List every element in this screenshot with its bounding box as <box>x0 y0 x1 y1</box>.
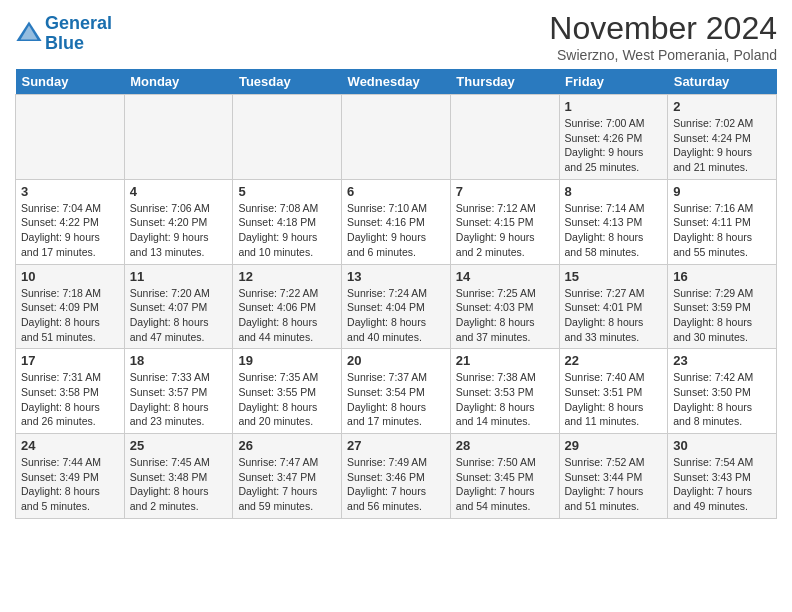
page-container: General Blue November 2024 Swierzno, Wes… <box>0 0 792 524</box>
logo-line1: General <box>45 13 112 33</box>
calendar-body: 1Sunrise: 7:00 AM Sunset: 4:26 PM Daylig… <box>16 95 777 519</box>
calendar-cell: 6Sunrise: 7:10 AM Sunset: 4:16 PM Daylig… <box>342 179 451 264</box>
day-info: Sunrise: 7:02 AM Sunset: 4:24 PM Dayligh… <box>673 116 771 175</box>
day-info: Sunrise: 7:14 AM Sunset: 4:13 PM Dayligh… <box>565 201 663 260</box>
calendar-cell <box>16 95 125 180</box>
calendar-cell: 11Sunrise: 7:20 AM Sunset: 4:07 PM Dayli… <box>124 264 233 349</box>
day-info: Sunrise: 7:18 AM Sunset: 4:09 PM Dayligh… <box>21 286 119 345</box>
day-number: 15 <box>565 269 663 284</box>
calendar-cell <box>233 95 342 180</box>
day-info: Sunrise: 7:45 AM Sunset: 3:48 PM Dayligh… <box>130 455 228 514</box>
day-number: 7 <box>456 184 554 199</box>
calendar-cell: 21Sunrise: 7:38 AM Sunset: 3:53 PM Dayli… <box>450 349 559 434</box>
day-number: 10 <box>21 269 119 284</box>
calendar-cell <box>450 95 559 180</box>
day-number: 14 <box>456 269 554 284</box>
calendar-cell: 23Sunrise: 7:42 AM Sunset: 3:50 PM Dayli… <box>668 349 777 434</box>
calendar-week-2: 10Sunrise: 7:18 AM Sunset: 4:09 PM Dayli… <box>16 264 777 349</box>
logo: General Blue <box>15 14 112 54</box>
page-header: General Blue November 2024 Swierzno, Wes… <box>15 10 777 63</box>
calendar-cell: 29Sunrise: 7:52 AM Sunset: 3:44 PM Dayli… <box>559 434 668 519</box>
calendar-cell: 20Sunrise: 7:37 AM Sunset: 3:54 PM Dayli… <box>342 349 451 434</box>
calendar-cell: 13Sunrise: 7:24 AM Sunset: 4:04 PM Dayli… <box>342 264 451 349</box>
day-number: 30 <box>673 438 771 453</box>
day-number: 17 <box>21 353 119 368</box>
calendar-cell: 5Sunrise: 7:08 AM Sunset: 4:18 PM Daylig… <box>233 179 342 264</box>
calendar-week-1: 3Sunrise: 7:04 AM Sunset: 4:22 PM Daylig… <box>16 179 777 264</box>
calendar-cell: 7Sunrise: 7:12 AM Sunset: 4:15 PM Daylig… <box>450 179 559 264</box>
day-info: Sunrise: 7:42 AM Sunset: 3:50 PM Dayligh… <box>673 370 771 429</box>
calendar-header: Sunday Monday Tuesday Wednesday Thursday… <box>16 69 777 95</box>
day-info: Sunrise: 7:31 AM Sunset: 3:58 PM Dayligh… <box>21 370 119 429</box>
calendar-cell: 2Sunrise: 7:02 AM Sunset: 4:24 PM Daylig… <box>668 95 777 180</box>
calendar-cell: 16Sunrise: 7:29 AM Sunset: 3:59 PM Dayli… <box>668 264 777 349</box>
day-info: Sunrise: 7:29 AM Sunset: 3:59 PM Dayligh… <box>673 286 771 345</box>
day-number: 25 <box>130 438 228 453</box>
col-tuesday: Tuesday <box>233 69 342 95</box>
col-friday: Friday <box>559 69 668 95</box>
calendar-cell: 19Sunrise: 7:35 AM Sunset: 3:55 PM Dayli… <box>233 349 342 434</box>
day-number: 23 <box>673 353 771 368</box>
day-number: 9 <box>673 184 771 199</box>
day-info: Sunrise: 7:16 AM Sunset: 4:11 PM Dayligh… <box>673 201 771 260</box>
calendar-cell: 4Sunrise: 7:06 AM Sunset: 4:20 PM Daylig… <box>124 179 233 264</box>
day-number: 11 <box>130 269 228 284</box>
day-number: 5 <box>238 184 336 199</box>
day-info: Sunrise: 7:10 AM Sunset: 4:16 PM Dayligh… <box>347 201 445 260</box>
day-info: Sunrise: 7:44 AM Sunset: 3:49 PM Dayligh… <box>21 455 119 514</box>
day-info: Sunrise: 7:06 AM Sunset: 4:20 PM Dayligh… <box>130 201 228 260</box>
day-number: 16 <box>673 269 771 284</box>
calendar-cell: 12Sunrise: 7:22 AM Sunset: 4:06 PM Dayli… <box>233 264 342 349</box>
day-info: Sunrise: 7:22 AM Sunset: 4:06 PM Dayligh… <box>238 286 336 345</box>
day-info: Sunrise: 7:20 AM Sunset: 4:07 PM Dayligh… <box>130 286 228 345</box>
col-sunday: Sunday <box>16 69 125 95</box>
month-title: November 2024 <box>549 10 777 47</box>
day-info: Sunrise: 7:38 AM Sunset: 3:53 PM Dayligh… <box>456 370 554 429</box>
day-number: 3 <box>21 184 119 199</box>
logo-line2: Blue <box>45 33 84 53</box>
calendar-cell: 3Sunrise: 7:04 AM Sunset: 4:22 PM Daylig… <box>16 179 125 264</box>
location-subtitle: Swierzno, West Pomerania, Poland <box>549 47 777 63</box>
day-number: 19 <box>238 353 336 368</box>
calendar-cell: 24Sunrise: 7:44 AM Sunset: 3:49 PM Dayli… <box>16 434 125 519</box>
calendar-cell: 1Sunrise: 7:00 AM Sunset: 4:26 PM Daylig… <box>559 95 668 180</box>
calendar-cell <box>124 95 233 180</box>
day-info: Sunrise: 7:40 AM Sunset: 3:51 PM Dayligh… <box>565 370 663 429</box>
calendar-week-3: 17Sunrise: 7:31 AM Sunset: 3:58 PM Dayli… <box>16 349 777 434</box>
day-info: Sunrise: 7:12 AM Sunset: 4:15 PM Dayligh… <box>456 201 554 260</box>
day-info: Sunrise: 7:24 AM Sunset: 4:04 PM Dayligh… <box>347 286 445 345</box>
day-number: 27 <box>347 438 445 453</box>
day-info: Sunrise: 7:04 AM Sunset: 4:22 PM Dayligh… <box>21 201 119 260</box>
calendar-cell: 22Sunrise: 7:40 AM Sunset: 3:51 PM Dayli… <box>559 349 668 434</box>
day-info: Sunrise: 7:52 AM Sunset: 3:44 PM Dayligh… <box>565 455 663 514</box>
header-row: Sunday Monday Tuesday Wednesday Thursday… <box>16 69 777 95</box>
day-info: Sunrise: 7:27 AM Sunset: 4:01 PM Dayligh… <box>565 286 663 345</box>
col-thursday: Thursday <box>450 69 559 95</box>
day-number: 28 <box>456 438 554 453</box>
day-info: Sunrise: 7:50 AM Sunset: 3:45 PM Dayligh… <box>456 455 554 514</box>
calendar-cell: 30Sunrise: 7:54 AM Sunset: 3:43 PM Dayli… <box>668 434 777 519</box>
day-number: 8 <box>565 184 663 199</box>
day-info: Sunrise: 7:35 AM Sunset: 3:55 PM Dayligh… <box>238 370 336 429</box>
col-wednesday: Wednesday <box>342 69 451 95</box>
logo-text: General Blue <box>45 14 112 54</box>
calendar-cell: 27Sunrise: 7:49 AM Sunset: 3:46 PM Dayli… <box>342 434 451 519</box>
day-number: 13 <box>347 269 445 284</box>
calendar-week-4: 24Sunrise: 7:44 AM Sunset: 3:49 PM Dayli… <box>16 434 777 519</box>
day-number: 26 <box>238 438 336 453</box>
day-info: Sunrise: 7:49 AM Sunset: 3:46 PM Dayligh… <box>347 455 445 514</box>
calendar-cell <box>342 95 451 180</box>
calendar-cell: 8Sunrise: 7:14 AM Sunset: 4:13 PM Daylig… <box>559 179 668 264</box>
day-number: 1 <box>565 99 663 114</box>
day-info: Sunrise: 7:33 AM Sunset: 3:57 PM Dayligh… <box>130 370 228 429</box>
day-number: 21 <box>456 353 554 368</box>
day-number: 6 <box>347 184 445 199</box>
day-info: Sunrise: 7:47 AM Sunset: 3:47 PM Dayligh… <box>238 455 336 514</box>
calendar-cell: 10Sunrise: 7:18 AM Sunset: 4:09 PM Dayli… <box>16 264 125 349</box>
day-number: 2 <box>673 99 771 114</box>
day-number: 20 <box>347 353 445 368</box>
day-number: 12 <box>238 269 336 284</box>
calendar-table: Sunday Monday Tuesday Wednesday Thursday… <box>15 69 777 519</box>
calendar-cell: 28Sunrise: 7:50 AM Sunset: 3:45 PM Dayli… <box>450 434 559 519</box>
day-info: Sunrise: 7:25 AM Sunset: 4:03 PM Dayligh… <box>456 286 554 345</box>
